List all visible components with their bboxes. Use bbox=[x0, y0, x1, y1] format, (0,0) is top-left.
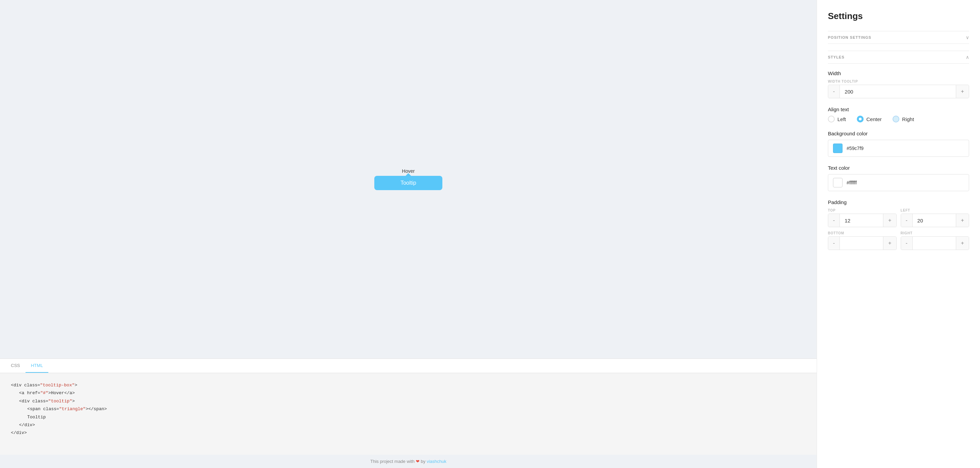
padding-top-cell: TOP - 12 + bbox=[828, 208, 897, 227]
padding-left-input-row: - 20 + bbox=[901, 214, 969, 227]
padding-right-plus[interactable]: + bbox=[956, 237, 969, 250]
tooltip-demo: Hover Tooltip bbox=[0, 0, 817, 359]
code-line-1: <div class="tooltip-box"> bbox=[11, 381, 806, 389]
background-color-setting: Background color #59c7f9 bbox=[828, 131, 969, 157]
footer-text-middle: by bbox=[421, 459, 426, 464]
width-input-row: - 200 + bbox=[828, 85, 969, 98]
tooltip-box: Tooltip bbox=[374, 176, 442, 190]
settings-panel: Settings POSITION SETTINGS ∨ STYLES ∧ Wi… bbox=[817, 0, 980, 468]
padding-left-minus[interactable]: - bbox=[901, 214, 913, 227]
align-center-option[interactable]: Center bbox=[857, 116, 882, 122]
text-color-swatch[interactable] bbox=[833, 178, 843, 187]
text-color-setting: Text color #ffffff bbox=[828, 165, 969, 191]
align-left-label: Left bbox=[837, 116, 846, 122]
text-color-label: Text color bbox=[828, 165, 969, 171]
padding-right-input-row: - + bbox=[901, 236, 969, 250]
text-color-value: #ffffff bbox=[846, 180, 857, 186]
code-line-5: Tooltip bbox=[27, 413, 806, 421]
width-setting: Width WIDTH TOOLTIP - 200 + bbox=[828, 70, 969, 98]
padding-label: Padding bbox=[828, 199, 969, 205]
width-value[interactable]: 200 bbox=[840, 86, 956, 98]
width-plus-button[interactable]: + bbox=[956, 85, 969, 98]
padding-left-cell: LEFT - 20 + bbox=[901, 208, 969, 227]
footer-bar: This project made with ❤ by viashchuk bbox=[0, 455, 817, 468]
padding-top-input-row: - 12 + bbox=[828, 214, 897, 227]
padding-bottom-sub-label: BOTTOM bbox=[828, 231, 897, 235]
align-left-radio[interactable] bbox=[828, 116, 835, 122]
padding-setting: Padding TOP - 12 + LEFT - 20 + bbox=[828, 199, 969, 250]
padding-right-sub-label: RIGHT bbox=[901, 231, 969, 235]
align-group: Left Center Right bbox=[828, 116, 969, 122]
code-line-2: <a href="#">Hover</a> bbox=[19, 389, 806, 397]
padding-bottom-value[interactable] bbox=[840, 240, 883, 247]
padding-top-value[interactable]: 12 bbox=[840, 214, 883, 227]
align-center-radio[interactable] bbox=[857, 116, 864, 122]
padding-left-plus[interactable]: + bbox=[956, 214, 969, 227]
background-color-swatch[interactable] bbox=[833, 144, 843, 153]
settings-title: Settings bbox=[828, 11, 969, 21]
code-line-4: <span class="triangle"></span> bbox=[27, 405, 806, 413]
code-panel: CSS HTML <div class="tooltip-box"> <a hr… bbox=[0, 359, 817, 455]
width-sub-label: WIDTH TOOLTIP bbox=[828, 79, 969, 83]
text-color-row[interactable]: #ffffff bbox=[828, 174, 969, 191]
footer-link[interactable]: viashchuk bbox=[427, 459, 447, 464]
padding-grid: TOP - 12 + LEFT - 20 + BOTTOM bbox=[828, 208, 969, 250]
background-color-row[interactable]: #59c7f9 bbox=[828, 140, 969, 157]
footer-heart: ❤ bbox=[416, 459, 420, 464]
background-color-value: #59c7f9 bbox=[846, 146, 864, 151]
tab-css[interactable]: CSS bbox=[5, 359, 25, 373]
background-color-label: Background color bbox=[828, 131, 969, 136]
footer-text-before: This project made with bbox=[370, 459, 414, 464]
tab-html[interactable]: HTML bbox=[25, 359, 48, 373]
padding-right-minus[interactable]: - bbox=[901, 237, 913, 250]
code-tabs: CSS HTML bbox=[0, 359, 817, 373]
padding-right-cell: RIGHT - + bbox=[901, 231, 969, 250]
padding-top-sub-label: TOP bbox=[828, 208, 897, 212]
styles-label: STYLES bbox=[828, 55, 845, 59]
width-minus-button[interactable]: - bbox=[828, 85, 840, 98]
padding-right-value[interactable] bbox=[913, 240, 956, 247]
styles-header[interactable]: STYLES ∧ bbox=[828, 51, 969, 63]
preview-area: Hover Tooltip CSS HTML <div class="toolt… bbox=[0, 0, 817, 468]
align-right-option[interactable]: Right bbox=[892, 116, 914, 122]
align-text-setting: Align text Left Center Right bbox=[828, 106, 969, 122]
width-label: Width bbox=[828, 70, 969, 76]
position-settings-chevron: ∨ bbox=[966, 35, 969, 40]
code-content: <div class="tooltip-box"> <a href="#">Ho… bbox=[0, 373, 817, 455]
align-left-option[interactable]: Left bbox=[828, 116, 846, 122]
padding-left-sub-label: LEFT bbox=[901, 208, 969, 212]
tooltip-text: Tooltip bbox=[401, 180, 416, 186]
position-settings-header[interactable]: POSITION SETTINGS ∨ bbox=[828, 31, 969, 44]
align-right-radio[interactable] bbox=[892, 116, 899, 122]
padding-bottom-cell: BOTTOM - + bbox=[828, 231, 897, 250]
code-line-6: </div> bbox=[19, 421, 806, 429]
position-settings-label: POSITION SETTINGS bbox=[828, 35, 872, 40]
padding-bottom-input-row: - + bbox=[828, 236, 897, 250]
padding-top-minus[interactable]: - bbox=[828, 214, 840, 227]
code-line-3: <div class="tooltip"> bbox=[19, 397, 806, 405]
padding-bottom-plus[interactable]: + bbox=[883, 237, 896, 250]
code-line-7: </div> bbox=[11, 429, 806, 437]
padding-bottom-minus[interactable]: - bbox=[828, 237, 840, 250]
align-text-label: Align text bbox=[828, 106, 969, 112]
align-right-label: Right bbox=[902, 116, 914, 122]
styles-chevron: ∧ bbox=[966, 54, 969, 60]
align-center-label: Center bbox=[866, 116, 882, 122]
padding-left-value[interactable]: 20 bbox=[913, 214, 956, 227]
padding-top-plus[interactable]: + bbox=[883, 214, 896, 227]
